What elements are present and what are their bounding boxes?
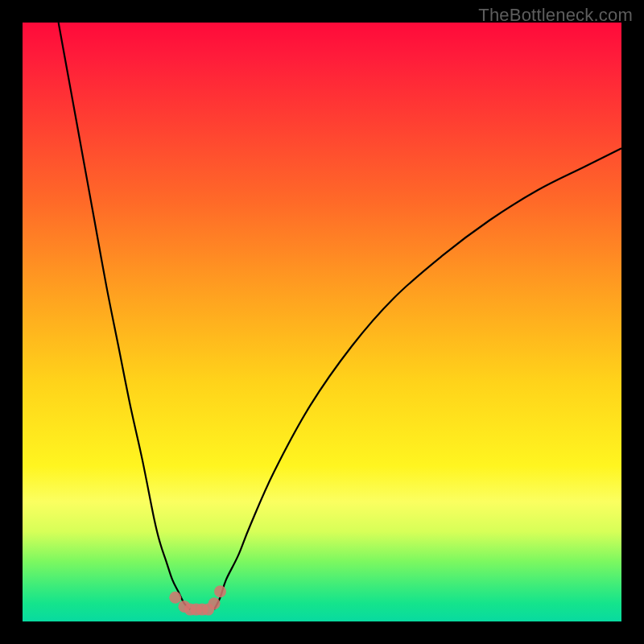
plot-area: [23, 23, 621, 621]
trough-dot: [214, 585, 226, 597]
trough-dot: [208, 597, 221, 609]
trough-dot: [169, 592, 181, 604]
bottleneck-curve: [23, 23, 621, 621]
watermark-text: TheBottleneck.com: [478, 5, 633, 26]
curve-left-branch: [59, 23, 191, 609]
curve-right-branch: [214, 148, 621, 609]
